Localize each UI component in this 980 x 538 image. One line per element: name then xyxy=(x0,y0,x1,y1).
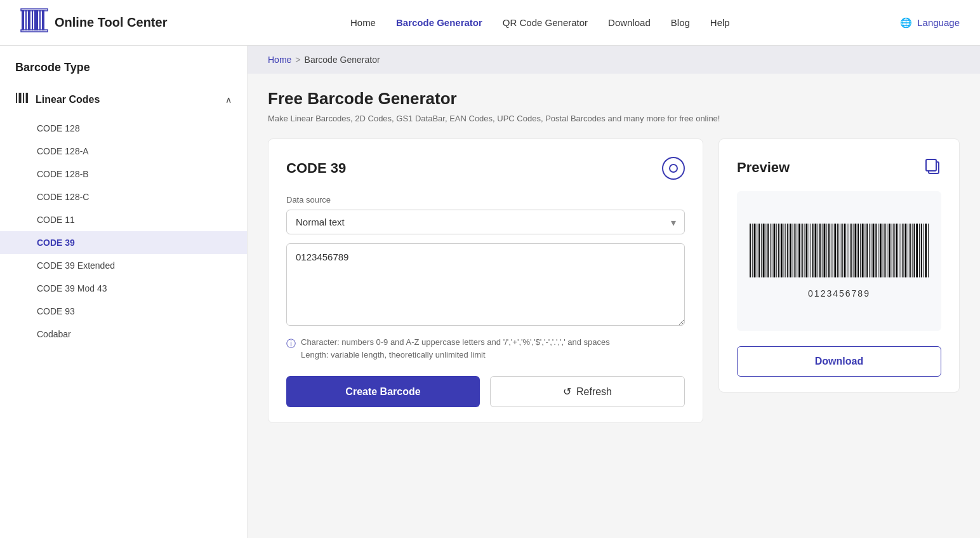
copy-icon[interactable] xyxy=(924,157,941,178)
svg-rect-85 xyxy=(901,224,901,278)
header: Online Tool Center Home Barcode Generato… xyxy=(0,0,980,46)
svg-rect-51 xyxy=(824,224,826,278)
nav-download[interactable]: Download xyxy=(608,17,651,28)
svg-rect-62 xyxy=(849,224,849,278)
sidebar-item-code39mod43[interactable]: CODE 39 Mod 43 xyxy=(0,277,247,300)
download-button[interactable]: Download xyxy=(737,346,941,377)
svg-rect-38 xyxy=(795,224,796,278)
sidebar-item-code128[interactable]: CODE 128 xyxy=(0,117,247,140)
svg-rect-79 xyxy=(887,224,887,278)
svg-rect-19 xyxy=(752,224,753,278)
language-selector[interactable]: 🌐 Language xyxy=(900,17,960,29)
svg-rect-32 xyxy=(781,224,783,278)
refresh-button[interactable]: ↺ Refresh xyxy=(490,376,685,407)
svg-rect-46 xyxy=(812,224,814,278)
svg-rect-12 xyxy=(22,93,22,103)
main-content: Home > Barcode Generator Free Barcode Ge… xyxy=(248,46,980,538)
svg-rect-49 xyxy=(819,224,821,278)
svg-rect-53 xyxy=(828,224,830,278)
breadcrumb-home[interactable]: Home xyxy=(268,55,291,65)
svg-rect-2 xyxy=(28,10,30,30)
svg-rect-66 xyxy=(858,224,859,278)
sidebar-item-code39[interactable]: CODE 39 xyxy=(0,231,247,254)
svg-rect-52 xyxy=(826,224,827,278)
svg-rect-42 xyxy=(804,224,805,278)
svg-rect-9 xyxy=(16,93,17,103)
svg-rect-7 xyxy=(21,9,48,11)
svg-rect-21 xyxy=(757,224,757,278)
svg-rect-30 xyxy=(776,224,777,278)
nav: Home Barcode Generator QR Code Generator… xyxy=(205,17,875,28)
svg-rect-95 xyxy=(924,224,924,278)
sidebar-items: CODE 128 CODE 128-A CODE 128-B CODE 128-… xyxy=(0,114,247,348)
preview-panel: Preview xyxy=(718,138,960,393)
sidebar-item-code128c[interactable]: CODE 128-C xyxy=(0,185,247,208)
svg-rect-64 xyxy=(853,224,854,278)
svg-rect-39 xyxy=(797,224,797,278)
sidebar-item-code11[interactable]: CODE 11 xyxy=(0,208,247,231)
svg-rect-18 xyxy=(750,224,751,278)
nav-barcode-generator[interactable]: Barcode Generator xyxy=(396,17,482,28)
svg-rect-25 xyxy=(765,224,766,278)
nav-home[interactable]: Home xyxy=(350,17,376,28)
svg-rect-47 xyxy=(814,224,816,278)
sidebar-title: Barcode Type xyxy=(0,61,247,84)
datasource-select[interactable]: Normal text Base64 Hex xyxy=(286,210,685,234)
nav-qr-code-generator[interactable]: QR Code Generator xyxy=(503,17,588,28)
svg-rect-60 xyxy=(844,224,846,278)
logo[interactable]: Online Tool Center xyxy=(20,6,167,39)
svg-rect-50 xyxy=(822,224,823,278)
svg-rect-70 xyxy=(866,224,868,278)
svg-rect-77 xyxy=(883,224,884,278)
tool-layout: CODE 39 Data source Normal text Base64 H… xyxy=(268,138,960,423)
svg-rect-23 xyxy=(761,224,762,278)
svg-rect-71 xyxy=(869,224,870,278)
refresh-label: Refresh xyxy=(576,386,612,398)
sidebar-item-code39ext[interactable]: CODE 39 Extended xyxy=(0,254,247,277)
breadcrumb-separator: > xyxy=(295,55,300,65)
create-barcode-button[interactable]: Create Barcode xyxy=(286,376,480,407)
barcode-container: 0123456789 xyxy=(737,191,941,331)
svg-rect-75 xyxy=(878,224,878,278)
sidebar: Barcode Type Lin xyxy=(0,46,248,538)
sidebar-item-code93[interactable]: CODE 93 xyxy=(0,300,247,323)
svg-rect-1 xyxy=(25,10,27,30)
page-subtitle: Make Linear Barcodes, 2D Codes, GS1 Data… xyxy=(268,114,960,123)
logo-text: Online Tool Center xyxy=(55,15,167,30)
svg-rect-41 xyxy=(802,224,803,278)
svg-rect-31 xyxy=(778,224,779,278)
svg-rect-69 xyxy=(864,224,865,278)
language-label: Language xyxy=(917,17,960,28)
breadcrumb: Home > Barcode Generator xyxy=(248,46,980,74)
breadcrumb-current: Barcode Generator xyxy=(305,55,380,65)
info-icon[interactable] xyxy=(662,157,685,180)
preview-header: Preview xyxy=(737,157,941,178)
svg-rect-81 xyxy=(892,224,892,278)
nav-help[interactable]: Help xyxy=(710,17,730,28)
svg-rect-88 xyxy=(908,224,908,278)
svg-rect-83 xyxy=(896,224,897,278)
barcode-value-label: 0123456789 xyxy=(808,288,870,299)
barcode-input[interactable]: 0123456789 xyxy=(286,243,685,326)
svg-rect-10 xyxy=(18,93,18,103)
barcode-image xyxy=(750,224,929,283)
svg-rect-11 xyxy=(19,93,21,103)
svg-rect-72 xyxy=(871,224,871,278)
svg-rect-20 xyxy=(754,224,756,278)
svg-rect-4 xyxy=(34,10,38,30)
sidebar-item-code128a[interactable]: CODE 128-A xyxy=(0,140,247,163)
svg-rect-94 xyxy=(921,224,922,278)
svg-rect-59 xyxy=(842,224,843,278)
sidebar-item-codabar[interactable]: Codabar xyxy=(0,323,247,346)
svg-rect-74 xyxy=(875,224,877,278)
svg-rect-37 xyxy=(793,224,793,278)
svg-rect-44 xyxy=(809,224,809,278)
sidebar-item-code128b[interactable]: CODE 128-B xyxy=(0,163,247,185)
sidebar-section-header[interactable]: Linear Codes ∧ xyxy=(0,84,247,114)
refresh-icon: ↺ xyxy=(563,386,571,398)
svg-rect-57 xyxy=(837,224,838,278)
svg-rect-17 xyxy=(926,159,936,171)
svg-rect-6 xyxy=(42,10,44,30)
nav-blog[interactable]: Blog xyxy=(671,17,690,28)
svg-rect-87 xyxy=(904,224,906,278)
